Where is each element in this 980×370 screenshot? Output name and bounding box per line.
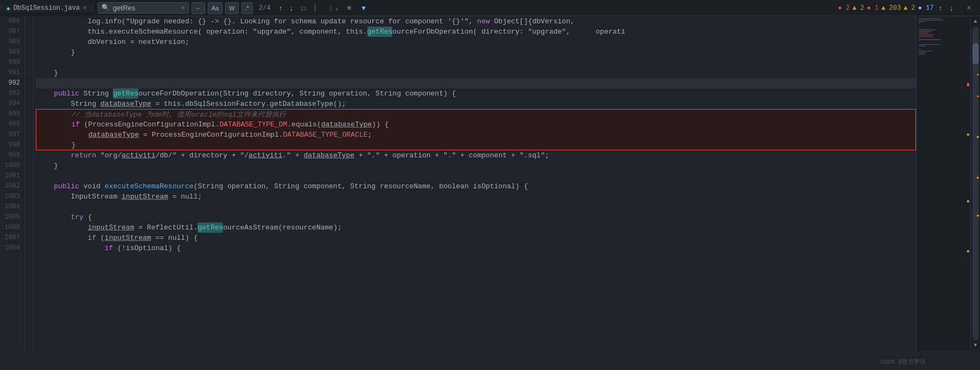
scroll-up-arrow[interactable]: ▲	[972, 17, 978, 25]
fold-icon-988	[25, 37, 34, 47]
whole-word-button[interactable]: W	[225, 2, 238, 14]
code-line-995[interactable]: // 当databaseType 为dm时, 借用oracle的sql文件来代替…	[36, 109, 916, 119]
fold-icon-994	[25, 99, 34, 109]
next-match-button[interactable]: ↓	[287, 3, 295, 14]
code-line-989[interactable]: }	[36, 47, 916, 58]
search-clear-icon[interactable]: ×	[181, 5, 185, 11]
minimap-line	[919, 34, 934, 35]
fold-gutter: ○○○	[25, 16, 34, 350]
fold-icon-996	[25, 119, 34, 130]
code-line-998[interactable]: }	[36, 140, 916, 150]
code-line-994[interactable]: String databaseType = this.dbSqlSessionF…	[36, 99, 916, 109]
minimap-warn-marker	[967, 133, 969, 136]
minimap-line	[919, 31, 932, 32]
code-area[interactable]: log.info("Upgrade needed: {} -> {}. Look…	[34, 16, 916, 350]
error-marker-1	[977, 74, 979, 75]
error-marker-2	[977, 95, 979, 97]
minimap-line	[919, 52, 926, 53]
scroll-thumb[interactable]	[972, 43, 979, 65]
search-back-button[interactable]: ←	[192, 2, 205, 14]
java-icon: ◆	[7, 5, 10, 12]
minimap-line	[919, 42, 968, 43]
code-line-1004[interactable]	[36, 202, 916, 212]
warning-count-3: ▲ 2	[903, 4, 915, 12]
minimap-line	[919, 23, 920, 24]
down-nav-button[interactable]: ↓	[947, 3, 956, 14]
code-line-999[interactable]: return "org/activiti/db/" + directory + …	[36, 150, 916, 161]
layout-button[interactable]: ≡	[344, 2, 355, 14]
fold-icon-1001	[25, 171, 34, 181]
highlight-button[interactable]: ⎸	[311, 2, 324, 14]
code-line-1008[interactable]: if (!isOptional) {	[36, 243, 916, 253]
error-count: ● 2	[838, 4, 850, 12]
scroll-down-arrow[interactable]: ▼	[972, 341, 978, 349]
fold-icon-997[interactable]: ○	[25, 130, 34, 140]
fold-icon-987	[25, 27, 34, 37]
close-search-icon[interactable]: ×	[963, 4, 976, 12]
vertical-scrollbar[interactable]: ▲ ▼	[970, 16, 980, 350]
fold-icon-992	[25, 78, 34, 88]
fold-icon-1002	[25, 181, 34, 192]
watermark: CSDN @攻月梦沃	[880, 358, 926, 366]
fold-icon-986	[25, 16, 34, 27]
warn-marker-2	[977, 177, 979, 178]
scroll-track[interactable]	[972, 27, 979, 340]
search-input[interactable]	[113, 4, 178, 12]
minimap-line	[919, 36, 933, 37]
fold-icon-998	[25, 140, 34, 150]
fold-icon-1000	[25, 161, 34, 171]
fold-icon-1005[interactable]: ○	[25, 212, 34, 222]
search-input-wrap: 🔍 ×	[98, 2, 189, 14]
info-count: ● 1	[867, 4, 879, 12]
fold-icon-999	[25, 150, 34, 161]
code-line-986[interactable]: log.info("Upgrade needed: {} -> {}. Look…	[36, 16, 916, 27]
prev-match-button[interactable]: ↑	[276, 3, 284, 14]
code-line-990[interactable]	[36, 58, 916, 68]
fold-icon-1003	[25, 192, 34, 202]
fold-icon-995	[25, 109, 34, 119]
filter-button[interactable]: ▼	[357, 3, 370, 14]
code-line-1001[interactable]	[36, 171, 916, 181]
minimap-line	[919, 49, 921, 50]
code-line-992[interactable]	[36, 78, 916, 88]
fold-icon-990	[25, 58, 34, 68]
match-case-button[interactable]: Aa	[208, 2, 222, 14]
code-line-993[interactable]: public String getResourceForDbOperation(…	[36, 88, 916, 99]
fold-icon-1007	[25, 233, 34, 243]
fold-icon-1006	[25, 222, 34, 233]
warn-marker-1	[977, 136, 979, 138]
up-nav-button[interactable]: ↑	[937, 3, 945, 14]
minimap-line	[919, 24, 968, 25]
code-line-988[interactable]: dbVersion = nextVersion;	[36, 37, 916, 47]
code-line-1002[interactable]: public void executeSchemaResource(String…	[36, 181, 916, 192]
multi-select-button[interactable]: ⎸₁	[327, 3, 341, 13]
minimap-line	[919, 18, 941, 19]
warning-count-1: ▲ 2	[852, 4, 864, 12]
hint-count: ● 17	[918, 4, 934, 12]
code-line-1000[interactable]: }	[36, 161, 916, 171]
code-line-996[interactable]: if (ProcessEngineConfigurationImpl.DATAB…	[36, 119, 916, 130]
code-line-1005[interactable]: try {	[36, 212, 916, 222]
minimap-line	[919, 54, 925, 55]
code-line-997[interactable]: databaseType = ProcessEngineConfiguratio…	[36, 130, 916, 140]
tab-bar: ◆ DbSqlSession.java × 🔍 × ← Aa W .* 2/4 …	[0, 0, 980, 16]
regex-button[interactable]: .*	[241, 2, 253, 14]
file-tab[interactable]: ◆ DbSqlSession.java ×	[0, 4, 93, 12]
minimap-line	[919, 37, 920, 39]
line-numbers: 9869879889899909919929939949959969979989…	[0, 16, 25, 350]
toggle-button[interactable]: □	[298, 3, 308, 14]
search-icon: 🔍	[101, 4, 110, 12]
code-line-1003[interactable]: InputStream inputStream = null;	[36, 192, 916, 202]
minimap-line	[919, 26, 920, 27]
minimap-line	[919, 28, 968, 29]
code-line-1006[interactable]: inputStream = ReflectUtil.getResourceAsS…	[36, 222, 916, 233]
fold-icon-1008	[25, 243, 34, 253]
code-line-1007[interactable]: if (inputStream == null) {	[36, 233, 916, 243]
minimap-line	[919, 46, 926, 47]
tab-close-icon[interactable]: ×	[83, 5, 86, 11]
minimap-line	[919, 50, 932, 52]
code-line-991[interactable]: }	[36, 68, 916, 78]
fold-icon-991[interactable]: ○	[25, 68, 34, 78]
code-line-987[interactable]: this.executeSchemaResource( operation: "…	[36, 27, 916, 37]
match-counter: 2/4	[256, 4, 274, 12]
